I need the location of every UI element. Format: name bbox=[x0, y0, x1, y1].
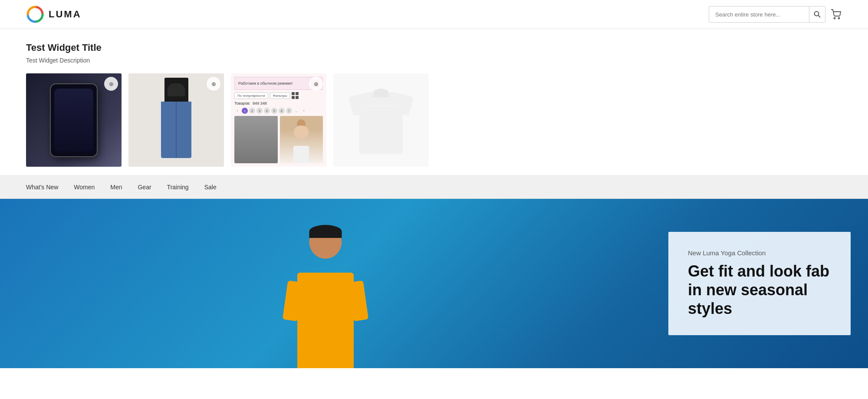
hero-body bbox=[297, 273, 354, 368]
hero-banner: New Luma Yoga Collection Get fit and loo… bbox=[0, 199, 868, 368]
hero-title: Get fit and look fab in new seasonal sty… bbox=[688, 262, 831, 318]
logo-text: LUMA bbox=[49, 9, 82, 20]
header-right bbox=[709, 6, 842, 23]
luma-logo-icon bbox=[26, 5, 44, 23]
person-hair bbox=[294, 125, 309, 138]
person-body bbox=[293, 146, 309, 163]
sc-page-4[interactable]: 4 bbox=[264, 108, 270, 114]
hero-card: New Luma Yoga Collection Get fit and loo… bbox=[668, 232, 851, 336]
nav-inner: What's New Women Men Gear Training Sale bbox=[0, 176, 868, 198]
sc-page-3[interactable]: 3 bbox=[256, 108, 263, 114]
sc-product-person[interactable] bbox=[280, 116, 323, 163]
widget-section: Test Widget Title Test Widget Descriptio… bbox=[0, 29, 868, 175]
jeans-compare-icon[interactable]: ⊕ bbox=[207, 77, 220, 91]
sc-product-dark[interactable] bbox=[234, 116, 278, 163]
sc-filter-btn[interactable]: Фильтры bbox=[270, 92, 290, 99]
sc-next[interactable]: › bbox=[301, 108, 307, 114]
sc-pagination: ‹ 1 2 3 4 5 6 7 ... › bbox=[234, 108, 323, 114]
main-nav: What's New Women Men Gear Training Sale bbox=[0, 175, 868, 199]
sc-products bbox=[234, 116, 323, 163]
nav-item-sale[interactable]: Sale bbox=[204, 177, 217, 198]
sc-grid-toggle[interactable] bbox=[292, 92, 299, 99]
hero-subtitle: New Luma Yoga Collection bbox=[688, 249, 831, 257]
nav-item-whats-new[interactable]: What's New bbox=[26, 177, 58, 198]
sc-prev[interactable]: ‹ bbox=[234, 108, 240, 114]
widget-title: Test Widget Title bbox=[26, 42, 842, 53]
sc-page-2[interactable]: 2 bbox=[249, 108, 255, 114]
sc-sort-btn[interactable]: По популярности bbox=[234, 92, 268, 99]
hero-person bbox=[256, 212, 395, 368]
hero-right: New Luma Yoga Collection Get fit and loo… bbox=[651, 199, 868, 368]
nav-item-men[interactable]: Men bbox=[110, 177, 122, 198]
sc-page-6[interactable]: 6 bbox=[279, 108, 285, 114]
sc-count-line: Товаров: 849 348 bbox=[234, 101, 323, 106]
search-button[interactable] bbox=[809, 7, 825, 22]
svg-point-5 bbox=[838, 18, 840, 19]
hero-left bbox=[0, 199, 651, 368]
sc-page-5[interactable]: 5 bbox=[271, 108, 277, 114]
jeans-figure bbox=[159, 78, 194, 162]
search-icon bbox=[814, 11, 821, 18]
phone-shape bbox=[50, 83, 98, 157]
svg-point-2 bbox=[815, 12, 819, 16]
tshirt-shape bbox=[351, 86, 411, 154]
cart-button[interactable] bbox=[831, 9, 842, 20]
shirt-top bbox=[164, 78, 188, 102]
sc-ellipsis: ... bbox=[293, 108, 299, 114]
sc-banner-text: Работаем в обычном режиме! bbox=[238, 81, 293, 86]
logo-area[interactable]: LUMA bbox=[26, 5, 82, 23]
screenshot-compare-icon[interactable]: ⊕ bbox=[309, 77, 323, 91]
sc-count-value: 849 348 bbox=[253, 101, 267, 106]
sc-page-1[interactable]: 1 bbox=[242, 108, 248, 114]
search-bar bbox=[709, 6, 825, 23]
svg-line-3 bbox=[819, 16, 821, 18]
hero-head-group bbox=[309, 225, 342, 259]
hero-hair bbox=[309, 225, 342, 238]
site-header: LUMA bbox=[0, 0, 868, 29]
phone-screen bbox=[54, 89, 93, 152]
tshirt-collar bbox=[373, 89, 389, 97]
sc-count-label: Товаров: bbox=[234, 101, 250, 106]
svg-point-1 bbox=[32, 11, 39, 18]
nav-item-women[interactable]: Women bbox=[74, 177, 95, 198]
nav-item-training[interactable]: Training bbox=[167, 177, 189, 198]
product-card-phone[interactable]: ⊕ bbox=[26, 73, 122, 167]
hero-left-arm bbox=[283, 280, 303, 321]
sc-page-7[interactable]: 7 bbox=[286, 108, 292, 114]
cart-icon bbox=[831, 9, 842, 20]
product-card-screenshot[interactable]: Работаем в обычном режиме! 🔒 По популярн… bbox=[231, 73, 326, 167]
product-card-tshirt[interactable] bbox=[333, 73, 429, 167]
hero-right-arm bbox=[348, 280, 368, 321]
widget-description: Test Widget Description bbox=[26, 57, 842, 64]
sc-filters: По популярности Фильтры bbox=[234, 92, 323, 99]
svg-point-4 bbox=[834, 18, 835, 19]
search-input[interactable] bbox=[709, 7, 809, 22]
nav-item-gear[interactable]: Gear bbox=[138, 177, 151, 198]
product-grid: ⊕ ⊕ Работаем в обычном режиме! 🔒 bbox=[26, 73, 842, 167]
tshirt-body bbox=[359, 106, 403, 154]
compare-icon[interactable]: ⊕ bbox=[104, 77, 118, 91]
product-card-jeans[interactable]: ⊕ bbox=[128, 73, 224, 167]
jeans-legs bbox=[161, 102, 191, 158]
